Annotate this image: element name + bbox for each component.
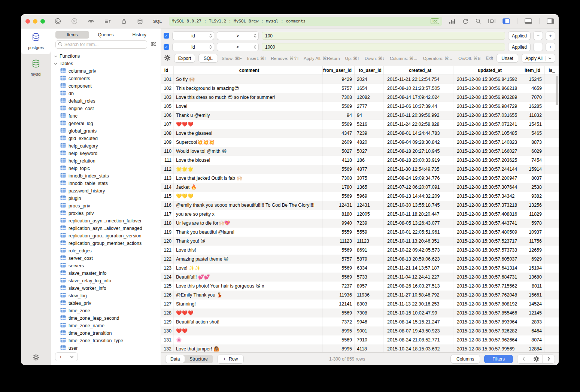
- cell-to-user-id[interactable]: 1654: [355, 84, 384, 93]
- sidebar-table-item[interactable]: columns_priv: [51, 67, 161, 75]
- column-header-from-user-id[interactable]: from_user_id: [323, 66, 355, 75]
- refresh-icon[interactable]: [462, 18, 468, 24]
- cell-comment[interactable]: Love that jacket! Outfit is fab 🙌🏻: [174, 174, 323, 183]
- cell-comment[interactable]: Amazing pastel theme 😁: [174, 255, 323, 264]
- cell-from-user-id[interactable]: 7308: [323, 174, 355, 183]
- add-filter-button[interactable]: +: [546, 32, 555, 40]
- cell-created-at[interactable]: 2015-10-24 18:15:03.692: [384, 344, 453, 352]
- cell-comment[interactable]: 🌟🌟🌟: [174, 165, 323, 174]
- remove-filter-button[interactable]: −: [534, 32, 543, 40]
- cell-to-user-id[interactable]: 12431: [355, 201, 384, 210]
- cell-updated-at[interactable]: 2015-12-08 15:30:57.684731: [453, 273, 523, 282]
- sidebar-table-item[interactable]: password_history: [51, 187, 161, 195]
- cell-item-id[interactable]: 4659: [523, 84, 545, 93]
- sidebar-table-item[interactable]: gtid_executed: [51, 135, 161, 142]
- sidebar-table-item[interactable]: comments: [51, 75, 161, 82]
- cell-comment[interactable]: ❤️❤️❤️: [174, 120, 323, 129]
- sidebar-table-item[interactable]: servers: [51, 262, 161, 270]
- sidebar-table-item[interactable]: innodb_index_stats: [51, 172, 161, 180]
- tree-section-tables[interactable]: Tables: [51, 60, 161, 67]
- cell-updated-at[interactable]: 2015-12-08 15:30:57.307644: [453, 183, 523, 192]
- cell-item-id[interactable]: 6029: [523, 147, 545, 156]
- prev-page-button[interactable]: [517, 355, 530, 363]
- filter-sliders-icon[interactable]: [151, 41, 156, 48]
- cell-comment[interactable]: Love! ✨✨: [174, 264, 323, 273]
- add-item-button[interactable]: +: [55, 353, 66, 361]
- cell-updated-at[interactable]: 2015-12-08 15:30:57.715562: [453, 282, 523, 291]
- cell-item-id[interactable]: 6929: [523, 255, 545, 264]
- apply-all-button[interactable]: Apply All: [522, 54, 555, 62]
- cell-updated-at[interactable]: 2015-12-08 15:30:57.443741: [453, 219, 523, 228]
- rail-connection-postgres[interactable]: postgres: [21, 28, 51, 54]
- cell-to-user-id[interactable]: 5559: [355, 228, 384, 237]
- zoom-window-button[interactable]: [40, 19, 45, 24]
- cell-id[interactable]: 112: [161, 165, 174, 174]
- cell-id[interactable]: 110: [161, 147, 174, 156]
- cell-comment[interactable]: Would love to! @mith 😁: [174, 147, 323, 156]
- cell-id[interactable]: 116: [161, 201, 174, 210]
- cell-to-user-id[interactable]: 12082: [355, 93, 384, 102]
- cell-from-user-id[interactable]: 5027: [323, 147, 355, 156]
- cell-created-at[interactable]: 2015-09-04 09:28:30.842: [384, 138, 453, 147]
- database-icon[interactable]: [137, 18, 143, 24]
- cell-to-user-id[interactable]: 8691: [355, 246, 384, 255]
- cell-id[interactable]: 130: [161, 326, 174, 335]
- table-row[interactable]: 132 Love that jumper! 🙆🏽 8995 4118 2015-…: [161, 344, 559, 352]
- cell-created-at[interactable]: 2015-10-11 20:39:56.992: [384, 111, 453, 120]
- cell-item-id[interactable]: 11832: [523, 111, 545, 120]
- table-row[interactable]: 116 @emily thank you soooo much beautifu…: [161, 201, 559, 210]
- sidebar-table-item[interactable]: server_cost: [51, 255, 161, 262]
- cell-updated-at[interactable]: 2015-12-08 15:30:57.641314: [453, 264, 523, 273]
- minimize-window-button[interactable]: [33, 19, 37, 24]
- cell-updated-at[interactable]: 2015-12-08 15:30:57.808192: [453, 300, 523, 309]
- cell-from-user-id[interactable]: 4118: [323, 156, 355, 165]
- column-header-comment[interactable]: comment: [174, 66, 323, 75]
- cell-id[interactable]: 113: [161, 174, 174, 183]
- cell-item-id[interactable]: 9382: [523, 192, 545, 201]
- cell-id[interactable]: 101: [161, 75, 174, 84]
- sidebar-table-item[interactable]: help_keyword: [51, 150, 161, 157]
- table-row[interactable]: 105 Love! 5569 2777 2015-12-06 10:37:39.…: [161, 102, 559, 111]
- sidebar-table-item[interactable]: general_log: [51, 120, 161, 127]
- cell-from-user-id[interactable]: 5569: [323, 273, 355, 282]
- filter-settings-gear-icon[interactable]: [164, 55, 170, 62]
- cell-id[interactable]: 108: [161, 129, 174, 138]
- cell-to-user-id[interactable]: 5969: [355, 192, 384, 201]
- eye-icon[interactable]: [88, 19, 94, 24]
- sidebar-table-item[interactable]: procs_priv: [51, 202, 161, 210]
- sidebar-table-item[interactable]: time_zone: [51, 307, 161, 314]
- filters-button[interactable]: Filters: [484, 355, 513, 363]
- cell-updated-at[interactable]: 2015-12-08 15:30:57.962664: [453, 335, 523, 344]
- cell-id[interactable]: 115: [161, 192, 174, 201]
- cell-from-user-id[interactable]: 2609: [323, 138, 355, 147]
- cell-updated-at[interactable]: 2015-12-08 15:30:57.762048: [453, 291, 523, 300]
- cell-id[interactable]: 105: [161, 102, 174, 111]
- sidebar-table-item[interactable]: slave_master_info: [51, 270, 161, 277]
- cell-to-user-id[interactable]: 9946: [355, 317, 384, 326]
- sidebar-tab[interactable]: Items: [55, 31, 89, 39]
- table-row[interactable]: 106 Thank u @emily 94 94 2015-10-11 20:3…: [161, 111, 559, 120]
- cell-to-user-id[interactable]: 8303: [355, 300, 384, 309]
- column-header-id[interactable]: id: [161, 66, 174, 75]
- cell-comment[interactable]: Ur legs are to die for🙌🏻💖: [174, 219, 323, 228]
- cell-from-user-id[interactable]: 5559: [323, 228, 355, 237]
- cell-item-id[interactable]: 14524: [523, 300, 545, 309]
- cell-comment[interactable]: 🌸: [174, 335, 323, 344]
- cell-comment[interactable]: Beautiful!! 💕💕: [174, 273, 323, 282]
- cell-item-id[interactable]: 15194: [523, 264, 545, 273]
- table-row[interactable]: 129 Beautiful action shot! 7372 9946 201…: [161, 317, 559, 326]
- cell-id[interactable]: 121: [161, 246, 174, 255]
- cell-from-user-id[interactable]: 11123: [323, 237, 355, 246]
- cell-to-user-id[interactable]: 11936: [355, 291, 384, 300]
- sql-editor-button[interactable]: SQL: [153, 19, 162, 24]
- cell-updated-at[interactable]: 2015-12-08 15:30:57.203625: [453, 156, 523, 165]
- cell-from-user-id[interactable]: 94: [323, 111, 355, 120]
- cell-item-id[interactable]: 8011: [523, 282, 545, 291]
- cell-updated-at[interactable]: 2015-12-08 15:30:57.140823: [453, 138, 523, 147]
- sidebar-table-item[interactable]: default_roles: [51, 97, 161, 105]
- toggle-right-panel-icon[interactable]: [547, 18, 554, 24]
- cell-item-id[interactable]: 6464: [523, 326, 545, 335]
- cell-comment[interactable]: ❤️❤️❤️: [174, 309, 323, 317]
- cell-created-at[interactable]: 2015-11-21 22:12:54.754: [384, 75, 453, 84]
- cell-from-user-id[interactable]: 5757: [323, 255, 355, 264]
